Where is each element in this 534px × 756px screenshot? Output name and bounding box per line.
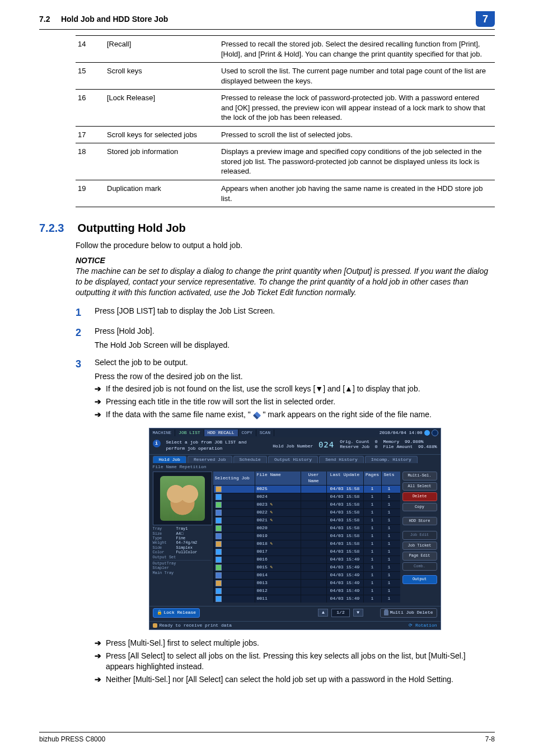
bullet-text: If the data with the same file name exis… <box>106 409 495 420</box>
subtab-send-history[interactable]: Send History <box>319 456 364 464</box>
job-row[interactable]: 001404/03 15:4911 <box>213 571 400 579</box>
trash-icon <box>384 610 388 615</box>
all-select-button[interactable]: All Select <box>402 482 437 491</box>
last-update: 04/03 15:58 <box>326 486 363 493</box>
tab-machine[interactable]: MACHINE <box>149 430 176 437</box>
file-name: 0018 <box>257 541 268 546</box>
subtab-output-history[interactable]: Output History <box>268 456 318 464</box>
file-name: 0025 <box>257 486 268 491</box>
job-edit-button[interactable]: Job Edit <box>402 531 437 539</box>
tab-scan[interactable]: SCAN <box>256 430 274 437</box>
bullet-text: Press [Multi-Sel.] first to select multi… <box>106 638 495 648</box>
job-type-icon <box>216 541 222 547</box>
user-name <box>301 595 326 603</box>
file-name: 0016 <box>257 557 268 562</box>
job-row[interactable]: 002404/03 15:5811 <box>213 493 400 501</box>
info-icon: i <box>153 440 161 447</box>
duplicate-mark-icon: ✎ <box>270 517 273 522</box>
subtab-hold-job[interactable]: Hold Job <box>153 456 186 464</box>
file-name-repetition-label: File Name Repetition <box>149 464 441 470</box>
multi-sel-button[interactable]: Multi-Sel. <box>402 472 437 480</box>
multi-job-delete-button[interactable]: Multi Job Delete <box>380 608 437 618</box>
status-lock-icon <box>153 623 157 628</box>
sets: 1 <box>381 533 397 540</box>
delete-button[interactable]: Delete <box>402 492 437 501</box>
tab-copy[interactable]: COPY <box>238 430 256 437</box>
user-name <box>301 572 326 579</box>
subsection-number: 7.2.3 <box>39 221 64 236</box>
file-name: 0013 <box>257 580 268 585</box>
file-name: 0021 <box>257 517 268 522</box>
job-row[interactable]: 001704/03 15:5811 <box>213 548 400 556</box>
last-update: 04/03 15:58 <box>326 525 363 532</box>
job-row[interactable]: 0022 ✎04/03 15:5811 <box>213 508 400 516</box>
page-edit-button[interactable]: Page Edit <box>402 552 437 560</box>
accessibility-icon[interactable] <box>432 430 438 436</box>
subtab-reserved-job[interactable]: Reserved Job <box>188 456 232 464</box>
help-icon[interactable] <box>424 430 430 436</box>
last-update: 04/03 15:58 <box>326 509 363 516</box>
tab-hdd-recall[interactable]: HDD RECALL <box>204 430 238 437</box>
tab-joblist[interactable]: JOB LIST <box>175 430 204 437</box>
rotation-link[interactable]: ⟳ Rotation <box>409 623 437 629</box>
file-name: 0015 <box>257 564 268 570</box>
file-name: 0012 <box>257 588 268 593</box>
job-type-icon <box>216 572 222 578</box>
user-name <box>301 517 326 524</box>
scroll-up-button[interactable]: ▲ <box>318 609 328 617</box>
output-button[interactable]: Output <box>402 575 437 584</box>
sets: 1 <box>381 572 397 579</box>
job-row[interactable]: 0021 ✎04/03 15:5811 <box>213 516 400 524</box>
job-type-icon <box>216 533 222 539</box>
sets: 1 <box>381 580 397 587</box>
sets: 1 <box>381 493 397 501</box>
lock-release-button[interactable]: 🔒 Lock Release <box>153 608 200 618</box>
job-row[interactable]: 001204/03 15:4911 <box>213 587 400 595</box>
table-row: 18Stored job informationDisplays a previ… <box>76 143 495 180</box>
job-row[interactable]: 0015 ✎04/03 15:4911 <box>213 563 400 571</box>
last-update: 04/03 15:58 <box>326 493 363 501</box>
last-update: 04/03 15:49 <box>326 580 363 587</box>
job-row[interactable]: 002004/03 15:5811 <box>213 524 400 532</box>
arrow-icon: ➔ <box>95 674 101 685</box>
job-table-header[interactable]: Selecting Job File Name User Name Last U… <box>213 472 400 485</box>
pages: 1 <box>363 580 381 587</box>
file-name: 0014 <box>257 572 268 577</box>
lock-icon: 🔒 <box>157 610 162 616</box>
job-row[interactable]: 002504/03 15:5811 <box>213 485 400 493</box>
job-type-icon <box>216 588 222 594</box>
pages: 1 <box>363 517 381 524</box>
job-ticket-button[interactable]: Job Ticket <box>402 542 437 550</box>
file-name: 0019 <box>257 533 268 538</box>
job-row[interactable]: 0018 ✎04/03 15:5811 <box>213 540 400 548</box>
job-row[interactable]: 0023 ✎04/03 15:5811 <box>213 501 400 508</box>
scroll-down-button[interactable]: ▼ <box>353 609 363 617</box>
job-type-icon <box>216 564 222 571</box>
job-type-icon <box>216 517 222 524</box>
pages: 1 <box>363 595 381 603</box>
step-followup: The Hold Job Screen will be displayed. <box>95 340 495 351</box>
hdd-store-button[interactable]: HDD Store <box>402 517 437 525</box>
job-row[interactable]: 001304/03 15:4911 <box>213 579 400 587</box>
subtab-incomp-history[interactable]: Incomp. History <box>365 456 418 464</box>
user-name <box>301 587 326 595</box>
guidance-text: Select a job from JOB LIST and perform j… <box>166 440 268 452</box>
row-desc: Pressed to scroll the list of selected j… <box>219 126 495 143</box>
footer-model: bizhub PRESS C8000 <box>39 735 105 744</box>
subtab-schedule[interactable]: Schedule <box>233 456 267 464</box>
sets: 1 <box>381 509 397 516</box>
user-name <box>301 540 326 548</box>
preview-image <box>160 476 205 521</box>
job-row[interactable]: 001104/03 15:4911 <box>213 595 400 603</box>
row-name: Scroll keys <box>105 63 219 90</box>
job-row[interactable]: 001604/03 15:4911 <box>213 556 400 563</box>
copy-button[interactable]: Copy <box>402 503 437 511</box>
job-type-icon <box>216 580 222 586</box>
step-text: Press [Hold Job]. <box>95 326 495 337</box>
row-num: 15 <box>76 63 105 90</box>
row-name: Duplication mark <box>105 180 219 207</box>
job-row[interactable]: 001904/03 15:5811 <box>213 532 400 540</box>
table-row: 16[Lock Release]Pressed to release the l… <box>76 90 495 127</box>
row-num: 17 <box>76 126 105 143</box>
comb-button[interactable]: Comb. <box>402 562 437 571</box>
